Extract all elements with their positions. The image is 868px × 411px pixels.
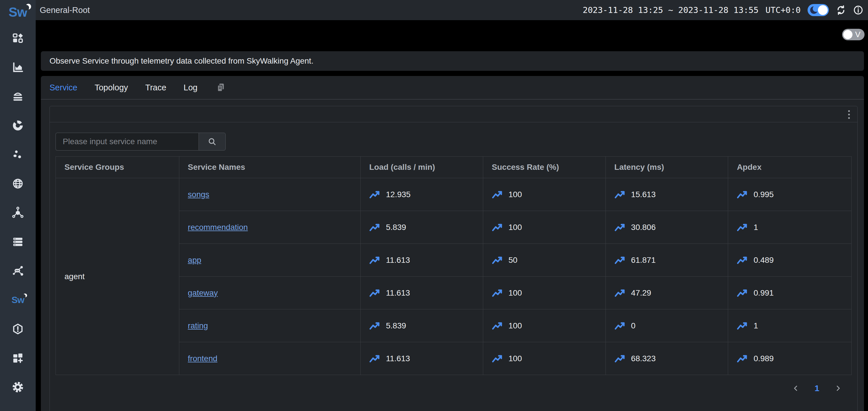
load-value: 5.839 [386, 321, 406, 330]
latency-value: 0 [631, 321, 636, 330]
success_rate-value: 100 [508, 321, 522, 330]
sidebar-item-bar-chart[interactable] [0, 53, 36, 82]
search-icon [208, 137, 217, 146]
server-list-icon [12, 236, 24, 248]
sidebar-item-skywalking[interactable]: Sw [0, 285, 36, 314]
sidebar-item-server-list[interactable] [0, 227, 36, 256]
service-search-input[interactable] [56, 133, 198, 151]
current-page[interactable]: 1 [814, 383, 819, 393]
alarm-icon [12, 323, 24, 335]
service-link[interactable]: rating [188, 321, 208, 330]
service-name-cell: songs [179, 178, 360, 211]
sidebar-item-topology[interactable] [0, 256, 36, 285]
moon-icon [810, 6, 818, 14]
trend-line-icon [369, 289, 381, 297]
service-group-cell: agent [56, 178, 179, 375]
trend-line-icon [492, 223, 503, 232]
trend-line-icon [615, 223, 626, 232]
trend-line-icon [737, 354, 748, 363]
info-icon[interactable] [853, 5, 863, 15]
service-name-cell: gateway [179, 277, 360, 309]
pagination: 1 [56, 380, 851, 396]
load-cell: 11.613 [360, 277, 483, 309]
apdex-cell: 1 [728, 211, 851, 244]
refresh-icon[interactable] [836, 5, 846, 15]
tab-service[interactable]: Service [50, 83, 78, 92]
apdex-cell: 0.989 [728, 342, 851, 375]
latency-cell: 61.871 [606, 244, 728, 277]
latency-cell: 47.29 [606, 277, 728, 309]
column-header: Success Rate (%) [483, 157, 606, 178]
toggle-knob [818, 5, 828, 15]
sidebar-item-alarm[interactable] [0, 314, 36, 343]
table-row: agentsongs12.93510015.6130.995 [56, 178, 851, 211]
latency-value: 68.323 [631, 354, 656, 363]
sidebar-item-cube-3d[interactable] [0, 198, 36, 227]
success_rate-cell: 100 [483, 277, 606, 309]
service-name-cell: app [179, 244, 360, 277]
tabs-panel: ServiceTopologyTraceLog [41, 76, 864, 411]
trend-line-icon [737, 289, 748, 297]
layers-icon [12, 90, 24, 102]
column-header: Apdex [728, 157, 851, 178]
trend-line-icon [369, 256, 381, 264]
success_rate-cell: 100 [483, 309, 606, 342]
load-value: 11.613 [386, 288, 410, 297]
load-cell: 11.613 [360, 342, 483, 375]
trend-line-icon [492, 321, 503, 330]
load-value: 11.613 [386, 354, 410, 363]
search-button[interactable] [198, 133, 226, 151]
sidebar-item-widgets-plus[interactable] [0, 343, 36, 373]
prev-page-icon[interactable] [792, 384, 800, 392]
load-value: 5.839 [386, 223, 406, 232]
latency-cell: 30.806 [606, 211, 728, 244]
apdex-value: 1 [753, 223, 758, 232]
column-header: Load (calls / min) [360, 157, 483, 178]
sidebar-item-globe[interactable] [0, 169, 36, 198]
load-cell: 5.839 [360, 309, 483, 342]
trend-line-icon [737, 223, 748, 232]
sidebar-item-dashboard[interactable] [0, 24, 36, 53]
settings-icon [12, 381, 24, 393]
widget-menu-icon[interactable] [848, 110, 850, 119]
dashboard-banner: Observe Service through telemetry data c… [41, 51, 864, 71]
service-link[interactable]: songs [188, 190, 210, 199]
latency-value: 47.29 [631, 288, 651, 297]
service-list-widget: Service GroupsService NamesLoad (calls /… [50, 106, 858, 411]
tab-topology[interactable]: Topology [95, 83, 128, 92]
service-link[interactable]: gateway [188, 288, 218, 297]
trend-line-icon [492, 289, 503, 297]
scatter-dots-icon [12, 149, 24, 161]
bar-chart-icon [12, 61, 24, 73]
sidebar-item-scatter-dots[interactable] [0, 140, 36, 169]
next-page-icon[interactable] [834, 384, 842, 392]
copy-icon[interactable] [216, 83, 226, 92]
load-cell: 5.839 [360, 211, 483, 244]
service-name-cell: frontend [179, 342, 360, 375]
success_rate-value: 100 [508, 288, 522, 297]
sidebar-item-settings[interactable] [0, 373, 36, 402]
time-range[interactable]: 2023-11-28 13:25 ~ 2023-11-28 13:55 [583, 5, 758, 15]
timezone[interactable]: UTC+0:0 [766, 5, 801, 15]
tab-trace[interactable]: Trace [145, 83, 166, 92]
trend-line-icon [615, 289, 626, 297]
service-link[interactable]: frontend [188, 354, 218, 363]
sidebar-item-layers[interactable] [0, 82, 36, 111]
tab-log[interactable]: Log [184, 83, 197, 92]
service-name-cell: rating [179, 309, 360, 342]
view-toggle-knob [843, 30, 852, 39]
trend-line-icon [492, 190, 503, 199]
trend-line-icon [369, 354, 381, 363]
latency-cell: 15.613 [606, 178, 728, 211]
service-link[interactable]: app [188, 256, 202, 264]
skywalking-logo[interactable]: Sw [0, 0, 36, 21]
theme-toggle[interactable] [808, 4, 829, 16]
latency-value: 61.871 [631, 256, 656, 265]
latency-cell: 0 [606, 309, 728, 342]
service-link[interactable]: recommendation [188, 223, 248, 232]
success_rate-value: 100 [508, 223, 522, 232]
success_rate-cell: 100 [483, 342, 606, 375]
view-mode-toggle[interactable]: V [842, 29, 865, 40]
sidebar: Sw Sw [0, 0, 36, 411]
sidebar-item-pie-chart[interactable] [0, 111, 36, 140]
